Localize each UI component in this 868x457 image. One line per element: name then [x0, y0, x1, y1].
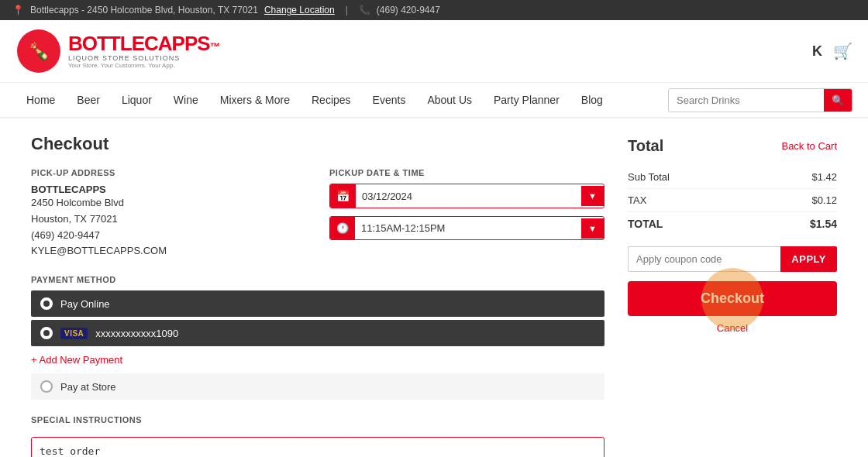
pickup-address-label: PICK-UP ADDRESS [31, 168, 306, 177]
subtotal-row: Sub Total $1.42 [628, 166, 837, 189]
address-street: 2450 Holcombe Blvd [31, 195, 306, 211]
apply-coupon-button[interactable]: APPLY [780, 246, 837, 272]
nav-events[interactable]: Events [362, 83, 417, 117]
change-location-link[interactable]: Change Location [264, 5, 335, 15]
nav-beer[interactable]: Beer [66, 83, 111, 117]
user-initial[interactable]: K [812, 43, 822, 60]
pickup-datetime-label: PICKUP DATE & TIME [329, 168, 604, 177]
address-phone: (469) 420-9447 [31, 228, 306, 244]
nav-wine[interactable]: Wine [163, 83, 209, 117]
top-bar-phone: (469) 420-9447 [377, 5, 440, 15]
top-bar-address: Bottlecapps - 2450 Holcombe Blvd, Housto… [30, 5, 258, 15]
total-header: Total Back to Cart [628, 137, 837, 155]
nav-liquor[interactable]: Liquor [111, 83, 163, 117]
time-dropdown-arrow: ▼ [581, 218, 604, 239]
visa-badge: VISA [60, 328, 88, 339]
address-city: Houston, TX 77021 [31, 211, 306, 228]
tax-row: TAX $0.12 [628, 189, 837, 212]
search-button[interactable]: 🔍 [824, 89, 852, 112]
address-email: KYLE@BOTTLECAPPS.COM [31, 243, 306, 259]
pickup-address-block: PICK-UP ADDRESS BOTTLECAPPS 2450 Holcomb… [31, 168, 306, 259]
total-panel: Total Back to Cart Sub Total $1.42 TAX $… [628, 134, 837, 457]
subtotal-label: Sub Total [628, 171, 670, 183]
search-area: 🔍 [668, 88, 852, 112]
brand-tagline: Your Store. Your Customers. Your App. [68, 63, 220, 70]
main-content: Checkout PICK-UP ADDRESS BOTTLECAPPS 245… [0, 119, 868, 457]
pay-online-label: Pay Online [60, 298, 110, 310]
clock-icon: 🕐 [330, 217, 355, 239]
coupon-input[interactable] [628, 246, 780, 272]
checkout-form: Checkout PICK-UP ADDRESS BOTTLECAPPS 245… [31, 134, 604, 457]
location-pin-icon: 📍 [12, 5, 24, 15]
checkout-title: Checkout [31, 134, 604, 154]
nav-blog[interactable]: Blog [570, 83, 614, 117]
tax-value: $0.12 [811, 194, 837, 206]
pay-store-option[interactable]: Pay at Store [31, 373, 604, 400]
subtotal-value: $1.42 [811, 171, 837, 183]
search-input[interactable] [669, 90, 824, 111]
time-picker-wrap: 🕐 11:15AM-12:15PM ▼ [329, 216, 604, 240]
radio-pay-online [40, 297, 53, 310]
date-picker-wrap: 📅 03/12/2024 ▼ [329, 184, 604, 208]
card-number: xxxxxxxxxxxx1090 [95, 328, 178, 339]
date-select[interactable]: 03/12/2024 [356, 185, 581, 208]
nav-about[interactable]: About Us [416, 83, 483, 117]
special-instructions-label: SPECIAL INSTRUCTIONS [31, 415, 604, 424]
coupon-row: APPLY [628, 246, 837, 272]
special-instructions-section: SPECIAL INSTRUCTIONS test order [31, 415, 604, 457]
nav-home[interactable]: Home [16, 83, 66, 117]
nav-mixers[interactable]: Mixers & More [209, 83, 301, 117]
nav-party-planner[interactable]: Party Planner [483, 83, 570, 117]
checkout-columns: PICK-UP ADDRESS BOTTLECAPPS 2450 Holcomb… [31, 168, 604, 275]
checkout-button-wrap: Checkout [628, 281, 837, 316]
add-payment-link[interactable]: + Add New Payment [31, 349, 122, 373]
header: 🍾 BOTTLECAPPS™ LIQUOR STORE SOLUTIONS Yo… [0, 20, 868, 83]
search-box: 🔍 [668, 88, 852, 112]
calendar-icon: 📅 [330, 184, 356, 208]
left-column: PICK-UP ADDRESS BOTTLECAPPS 2450 Holcomb… [31, 168, 306, 275]
brand-name: BOTTLECAPPS™ [68, 33, 220, 55]
logo[interactable]: 🍾 BOTTLECAPPS™ LIQUOR STORE SOLUTIONS Yo… [16, 28, 220, 74]
pay-online-option[interactable]: Pay Online [31, 290, 604, 317]
header-actions: K 🛒 [812, 42, 852, 60]
visa-card-option[interactable]: VISA xxxxxxxxxxxx1090 [31, 320, 604, 346]
payment-label: PAYMENT METHOD [31, 275, 604, 284]
total-value: $1.54 [810, 218, 837, 230]
navigation: Home Beer Liquor Wine Mixers & More Reci… [0, 83, 868, 119]
nav-recipes[interactable]: Recipes [301, 83, 362, 117]
tax-label: TAX [628, 194, 646, 206]
payment-section: PAYMENT METHOD Pay Online VISA xxxxxxxxx… [31, 275, 604, 400]
separator: | [346, 5, 348, 15]
pickup-time-column: PICKUP DATE & TIME 📅 03/12/2024 ▼ 🕐 11:1… [329, 168, 604, 275]
checkout-button[interactable]: Checkout [628, 281, 837, 316]
svg-text:🍾: 🍾 [29, 41, 50, 62]
total-row: TOTAL $1.54 [628, 212, 837, 235]
store-name: BOTTLECAPPS [31, 184, 306, 195]
time-select[interactable]: 11:15AM-12:15PM [355, 217, 581, 239]
back-to-cart-link[interactable]: Back to Cart [781, 140, 837, 152]
radio-pay-store [40, 380, 53, 393]
radio-visa [40, 327, 53, 339]
logo-icon: 🍾 [16, 28, 62, 74]
pay-store-label: Pay at Store [60, 381, 116, 393]
special-instructions-input[interactable]: test order [31, 437, 604, 457]
phone-icon: 📞 [359, 5, 370, 15]
total-title: Total [628, 137, 663, 155]
cancel-link[interactable]: Cancel [628, 322, 837, 334]
total-label: TOTAL [628, 218, 663, 230]
cart-icon[interactable]: 🛒 [833, 42, 852, 60]
top-bar: 📍 Bottlecapps - 2450 Holcombe Blvd, Hous… [0, 0, 868, 20]
date-dropdown-arrow: ▼ [581, 186, 604, 206]
